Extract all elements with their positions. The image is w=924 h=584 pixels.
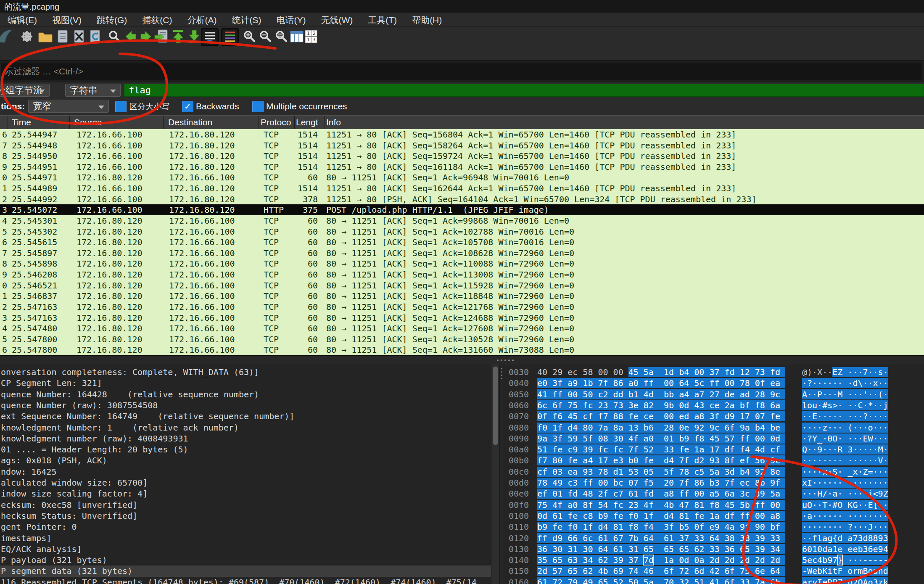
- hex-bytes[interactable]: f0 1f d4 80 7a 8a 13 b6 28 0e 92 9c 6f 9…: [537, 422, 785, 433]
- hex-row[interactable]: 00a051 fe c9 39 fc fc 7f 52 33 fe 1a 17 …: [503, 444, 924, 455]
- packet-row[interactable]: 025.546521172.16.80.120172.16.66.100TCP6…: [0, 280, 924, 291]
- find-width-dropdown[interactable]: 宽窄: [28, 100, 109, 113]
- column-header-time[interactable]: Time: [12, 117, 31, 127]
- hex-ascii[interactable]: ·a······ ········: [802, 510, 888, 521]
- menu-item-t[interactable]: 工具(T): [360, 13, 404, 26]
- detail-line[interactable]: 01 .... = Header Length: 20 bytes (5): [0, 444, 491, 455]
- detail-line[interactable]: gent Pointer: 0: [0, 521, 491, 533]
- packet-row[interactable]: 625.547800172.16.80.120172.16.66.100TCP6…: [0, 344, 924, 355]
- hex-row[interactable]: 0120ff d9 66 6c 61 67 7b 64 61 37 33 64 …: [503, 533, 924, 544]
- detail-line[interactable]: CP Segment Len: 321]: [0, 378, 491, 389]
- hex-bytes[interactable]: 36 30 31 30 64 61 31 65 65 65 62 33 36 6…: [537, 544, 785, 555]
- hex-bytes[interactable]: 9a 3f 59 5f 08 30 4f a0 01 b9 f8 45 57 f…: [537, 433, 785, 444]
- hex-bytes[interactable]: f7 80 fe a4 17 e3 b0 fe d4 7f d2 93 8f e…: [537, 455, 785, 466]
- packet-row[interactable]: 925.546208172.16.80.120172.16.66.100TCP6…: [0, 269, 924, 280]
- hex-ascii[interactable]: Q··9···R 3·····M·: [802, 444, 888, 455]
- details-scrollbar-thumb[interactable]: [493, 367, 498, 445]
- hex-row[interactable]: 00b0f7 80 fe a4 17 e3 b0 fe d4 7f d2 93 …: [503, 455, 924, 466]
- detail-line[interactable]: ndow: 16425: [0, 466, 491, 478]
- hex-bytes[interactable]: 0f f6 45 cf f7 88 fe ce 00 ed a8 3f d9 1…: [537, 411, 785, 422]
- packet-row[interactable]: 425.545301172.16.80.120172.16.66.100TCP6…: [0, 215, 924, 226]
- hex-bytes[interactable]: 40 29 ec 58 00 00 45 5a 1d b4 00 37 fd 1…: [537, 367, 785, 378]
- column-header-destination[interactable]: Destination: [168, 117, 212, 127]
- zoom-out-icon[interactable]: [257, 28, 274, 45]
- packet-row[interactable]: 725.545897172.16.80.120172.16.66.100TCP6…: [0, 248, 924, 259]
- menu-item-e[interactable]: 编辑(E): [0, 13, 45, 26]
- packet-row[interactable]: 125.546837172.16.80.120172.16.66.100TCP6…: [0, 291, 924, 301]
- hex-row[interactable]: 005041 ff 00 50 c2 dd b1 4d bb a4 a7 27 …: [503, 389, 924, 400]
- hex-ascii[interactable]: ···H/·a· ····j<9Z: [802, 488, 888, 499]
- packet-row[interactable]: 625.544947172.16.66.100172.16.80.120TCP1…: [0, 129, 924, 140]
- packet-row[interactable]: 225.547163172.16.80.120172.16.66.100TCP6…: [0, 301, 924, 312]
- hex-row[interactable]: 0110b9 fe f0 1f d4 81 f8 f4 3f b5 0f e9 …: [503, 521, 924, 533]
- packet-row[interactable]: 825.545898172.16.80.120172.16.66.100TCP6…: [0, 258, 924, 269]
- detail-line[interactable]: imestamps]: [0, 533, 491, 544]
- detail-line[interactable]: ags: 0x018 (PSH, ACK): [0, 455, 491, 466]
- hex-ascii[interactable]: ·?Y_·0O· ···EW···: [802, 433, 888, 444]
- go-last-icon[interactable]: [186, 28, 203, 45]
- hex-bytes[interactable]: 0d 61 fe c8 b9 fe f0 1f d4 81 fe 1a df f…: [537, 510, 785, 521]
- hex-bytes[interactable]: cf 03 ea 93 78 d1 53 05 5f 78 c5 5a 3d b…: [537, 466, 785, 477]
- open-file-folder-icon[interactable]: [37, 28, 54, 45]
- detail-line[interactable]: alculated window size: 65700]: [0, 477, 491, 489]
- detail-line[interactable]: ecksum: 0xec58 [unverified]: [0, 499, 491, 511]
- column-separator[interactable]: [69, 116, 70, 129]
- column-header-info[interactable]: Info: [326, 117, 341, 127]
- packet-row[interactable]: 025.544971172.16.80.120172.16.66.100TCP6…: [0, 172, 924, 183]
- hex-row[interactable]: 016061 72 79 49 65 52 50 5a 70 32 51 41 …: [503, 577, 924, 584]
- hex-row[interactable]: 0080f0 1f d4 80 7a 8a 13 b6 28 0e 92 9c …: [503, 422, 924, 433]
- hex-bytes[interactable]: 61 72 79 49 65 52 50 5a 70 32 51 41 6f 3…: [537, 577, 785, 584]
- multiple-occurrences-checkbox[interactable]: [252, 101, 264, 112]
- hex-row[interactable]: 014035 65 63 34 62 39 37 7d 1a 0d 0a 2d …: [503, 555, 924, 566]
- find-scope-dropdown[interactable]: 分组字节流: [0, 84, 50, 97]
- hex-ascii[interactable]: uO··T·#O KG··E[··: [802, 499, 888, 510]
- hex-bytes[interactable]: ff d9 66 6c 61 67 7b 64 61 37 33 64 38 3…: [537, 533, 785, 544]
- hex-bytes[interactable]: 35 65 63 34 62 39 37 7d 1a 0d 0a 2d 2d 2…: [537, 555, 785, 566]
- column-header-lengt[interactable]: Lengt: [296, 117, 318, 127]
- packet-list-header[interactable]: TimeSourceDestinationProtocoLengtInfo: [0, 115, 924, 129]
- packet-row[interactable]: 325.545072172.16.66.100172.16.80.120HTTP…: [0, 204, 924, 215]
- hex-row[interactable]: 01502d 57 65 62 4b 69 74 46 6f 72 6d 42 …: [503, 566, 924, 577]
- go-first-icon[interactable]: [170, 28, 187, 45]
- packet-row[interactable]: 925.544951172.16.66.100172.16.80.120TCP1…: [0, 161, 924, 172]
- hex-bytes[interactable]: 41 ff 00 50 c2 dd b1 4d bb a4 a7 27 de a…: [537, 389, 785, 400]
- hex-row[interactable]: 0040e0 3f a9 1b 7f 86 a0 ff 00 64 5c ff …: [503, 378, 924, 389]
- column-separator[interactable]: [8, 116, 8, 129]
- pane-splitter[interactable]: [0, 355, 924, 365]
- hex-row[interactable]: 01000d 61 fe c8 b9 fe f0 1f d4 81 fe 1a …: [503, 510, 924, 522]
- hex-ascii[interactable]: ····x·S· _x·Z=···: [802, 466, 888, 477]
- hex-row[interactable]: 00909a 3f 59 5f 08 30 4f a0 01 b9 f8 45 …: [503, 433, 924, 444]
- detail-line[interactable]: 116 Reassembled TCP Segments (164748 byt…: [0, 577, 491, 584]
- backwards-checkbox[interactable]: ✓: [182, 101, 193, 112]
- hex-bytes[interactable]: b9 fe f0 1f d4 81 f8 f4 3f b5 0f e9 4a 9…: [537, 521, 785, 532]
- packet-row[interactable]: 825.544950172.16.66.100172.16.80.120TCP1…: [0, 151, 924, 161]
- hex-ascii[interactable]: ··flag{d a73d8893: [802, 533, 888, 544]
- capture-options-gear-icon[interactable]: [18, 28, 35, 45]
- case-sensitive-checkbox[interactable]: [115, 101, 127, 112]
- colorize-toggle-icon[interactable]: [221, 28, 239, 46]
- packet-row[interactable]: 225.544992172.16.66.100172.16.80.120TCP3…: [0, 194, 924, 205]
- go-forward-icon[interactable]: [137, 28, 154, 45]
- hex-row[interactable]: 00d078 49 c3 ff 00 bc 07 f5 20 7f 86 b3 …: [503, 477, 924, 489]
- packet-row[interactable]: 325.547163172.16.80.120172.16.66.100TCP6…: [0, 312, 924, 323]
- menu-item-c[interactable]: 捕获(C): [135, 13, 180, 26]
- find-packet-icon[interactable]: [106, 28, 123, 45]
- menu-item-s[interactable]: 统计(S): [224, 13, 269, 26]
- hex-ascii[interactable]: 5ec4b97} ···-----: [802, 555, 888, 566]
- zoom-reset-icon[interactable]: [273, 28, 290, 45]
- column-separator[interactable]: [294, 116, 295, 129]
- menu-item-h[interactable]: 帮助(H): [404, 13, 449, 26]
- hex-bytes[interactable]: 51 fe c9 39 fc fc 7f 52 33 fe 1a 17 df f…: [537, 444, 785, 455]
- hex-row[interactable]: 00700f f6 45 cf f7 88 fe ce 00 ed a8 3f …: [503, 411, 924, 422]
- menu-item-a[interactable]: 分析(A): [180, 13, 224, 26]
- hex-ascii[interactable]: @)·X··EZ ···7··s·: [802, 367, 888, 378]
- hex-bytes[interactable]: 2d 57 65 62 4b 69 74 46 6f 72 6d 42 6f 7…: [537, 566, 785, 576]
- find-type-dropdown[interactable]: 字符串: [65, 84, 121, 97]
- hex-ascii[interactable]: xI······ ·······: [802, 477, 888, 488]
- detail-line[interactable]: hecksum Status: Unverified]: [0, 510, 491, 522]
- hex-bytes[interactable]: 75 4f a0 8f 54 fc 23 4f 4b 47 81 f8 45 5…: [537, 499, 785, 510]
- hex-ascii[interactable]: ··E····· ···?····: [802, 411, 888, 422]
- detail-line[interactable]: quence Number: 164428 (relative sequence…: [0, 389, 491, 400]
- hex-ascii[interactable]: ·?······ ·d\··x··: [802, 378, 888, 388]
- column-header-source[interactable]: Source: [74, 117, 102, 127]
